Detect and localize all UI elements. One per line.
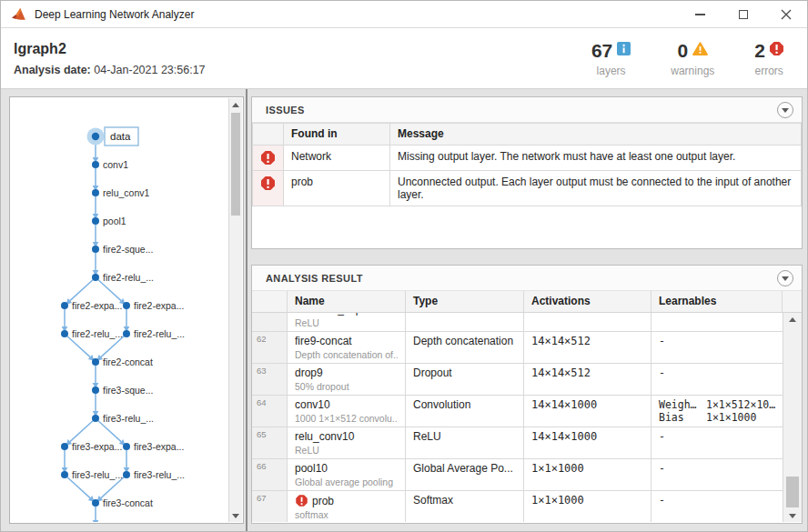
summary-stats: 67 layers 0 warnings 2 errors [591, 39, 783, 77]
svg-text:fire2-concat: fire2-concat [103, 356, 153, 367]
issue-row[interactable]: Network Missing output layer. The networ… [253, 146, 802, 171]
scrollbar-thumb[interactable] [786, 477, 799, 507]
layer-type: ReLU [406, 313, 524, 331]
issue-message: Missing output layer. The network must h… [390, 146, 802, 171]
network-graph-panel: dataconv1relu_conv1pool1fire2-sque...fir… [9, 96, 244, 524]
stat-warnings-value: 0 [677, 41, 688, 60]
layer-type: Softmax [406, 491, 524, 522]
layer-learnables: - [651, 491, 783, 522]
analysis-col-name: Name [288, 291, 406, 312]
analysis-table-viewport: 61 fire9-relu_expand3x3 ReLU ReLU 14×14×… [252, 313, 783, 522]
layer-description: Global average pooling [295, 477, 398, 487]
svg-text:fire3-concat: fire3-concat [103, 497, 153, 508]
svg-text:fire3-relu_...: fire3-relu_... [103, 413, 154, 424]
analysis-title: ANALYSIS RESULT [266, 273, 363, 284]
close-button[interactable] [764, 1, 807, 27]
analysis-row[interactable]: 64 conv10 1000 1×1×512 convolu... Convol… [252, 396, 783, 427]
analysis-result-panel: ANALYSIS RESULT Name Type Activations Le… [251, 265, 803, 524]
layer-activations: 1×1×1000 [524, 491, 651, 522]
layer-name: drop9 [295, 366, 398, 379]
scroll-up-button[interactable] [229, 98, 242, 111]
minimize-button[interactable] [679, 1, 722, 27]
svg-text:fire3-relu_...: fire3-relu_... [134, 469, 185, 480]
layer-description: Depth concatenation of... [295, 349, 398, 360]
layer-activations: 14×14×256 [524, 313, 651, 331]
analysis-row[interactable]: 66 pool10 Global average pooling Global … [252, 459, 783, 491]
triangle-up-icon [232, 103, 239, 107]
layer-description: 50% dropout [295, 381, 398, 392]
analysis-panel-header: ANALYSIS RESULT [252, 266, 802, 291]
svg-text:fire2-expa...: fire2-expa... [72, 300, 122, 311]
layer-type: ReLU [406, 427, 524, 458]
analysis-header: lgraph2 Analysis date: 04-Jan-2021 23:56… [1, 28, 807, 89]
analysis-row[interactable]: 62 fire9-concat Depth concatenation of..… [252, 332, 783, 364]
scroll-down-button[interactable] [229, 509, 242, 522]
issues-col-icon [253, 124, 284, 146]
title-bar: Deep Learning Network Analyzer [1, 1, 807, 28]
scrollbar-thumb[interactable] [231, 113, 240, 216]
row-number: 63 [252, 364, 288, 395]
svg-text:fire2-relu_...: fire2-relu_... [72, 328, 123, 339]
stat-warnings-label: warnings [671, 65, 714, 77]
stat-layers-label: layers [597, 65, 626, 77]
analysis-date: Analysis date: 04-Jan-2021 23:56:17 [14, 64, 206, 76]
stat-warnings: 0 warnings [671, 41, 714, 77]
layer-learnables: - [651, 364, 783, 395]
analysis-col-num [252, 291, 288, 312]
maximize-button[interactable] [722, 1, 764, 27]
row-number: 65 [252, 427, 288, 458]
svg-text:fire3-expa...: fire3-expa... [72, 441, 122, 452]
row-number: 62 [252, 332, 288, 363]
network-graph[interactable]: dataconv1relu_conv1pool1fire2-sque...fir… [11, 98, 228, 522]
analysis-row[interactable]: 65 relu_conv10 ReLU ReLU 14×14×1000 - [252, 427, 783, 459]
row-number: 61 [252, 313, 288, 331]
analysis-row[interactable]: 67 prob softmax Softmax 1×1×1000 - [252, 491, 783, 522]
network-name: lgraph2 [14, 41, 206, 57]
layer-activations: 14×14×1000 [524, 427, 651, 458]
layer-name: pool10 [295, 462, 398, 475]
error-icon [261, 155, 275, 167]
analysis-table-header: Name Type Activations Learnables [252, 291, 802, 313]
layer-learnables: - [651, 332, 783, 363]
layer-description: ReLU [295, 445, 398, 456]
layer-description: softmax [295, 509, 398, 520]
scroll-up-button[interactable] [783, 313, 802, 326]
layer-activations: 1×1×1000 [524, 459, 651, 490]
stat-layers-value: 67 [591, 41, 612, 60]
stat-errors-value: 2 [754, 41, 765, 60]
layer-type: Depth concatenation [406, 332, 524, 363]
svg-text:fire3-sque...: fire3-sque... [103, 385, 153, 396]
analysis-row[interactable]: 61 fire9-relu_expand3x3 ReLU ReLU 14×14×… [252, 313, 783, 332]
scroll-down-button[interactable] [783, 509, 802, 522]
error-icon [261, 180, 275, 193]
close-icon [781, 9, 792, 20]
svg-text:pool1: pool1 [103, 216, 126, 226]
layer-type: Dropout [406, 364, 524, 395]
issue-row[interactable]: prob Unconnected output. Each layer outp… [253, 171, 802, 206]
layer-type: Global Average Po... [406, 459, 524, 490]
error-icon [296, 495, 308, 507]
issue-message: Unconnected output. Each layer output mu… [390, 171, 802, 206]
graph-scrollbar[interactable] [228, 98, 242, 522]
layer-activations: 14×14×512 [524, 332, 651, 363]
issues-col-found-in: Found in [284, 124, 390, 146]
triangle-up-icon [789, 317, 796, 322]
panel-splitter[interactable] [246, 89, 247, 531]
layer-learnables: - [651, 427, 783, 458]
layer-description: 1000 1×1×512 convolu... [295, 413, 398, 424]
svg-text:conv1: conv1 [103, 159, 128, 170]
row-number: 66 [252, 459, 288, 490]
issue-found-in: prob [284, 171, 390, 206]
analysis-scrollbar[interactable] [783, 313, 802, 522]
layer-name: conv10 [295, 398, 398, 411]
layer-activations: 14×14×512 [524, 364, 651, 395]
layer-name: prob [295, 494, 398, 507]
analysis-date-label: Analysis date: [14, 64, 91, 76]
analysis-collapse-button[interactable] [777, 270, 793, 286]
analysis-col-activations: Activations [524, 291, 651, 312]
layer-name: relu_conv10 [295, 430, 398, 443]
analysis-row[interactable]: 63 drop9 50% dropout Dropout 14×14×512 - [252, 364, 783, 396]
issue-found-in: Network [284, 146, 390, 171]
issues-collapse-button[interactable] [777, 102, 793, 118]
row-number: 67 [252, 491, 288, 522]
